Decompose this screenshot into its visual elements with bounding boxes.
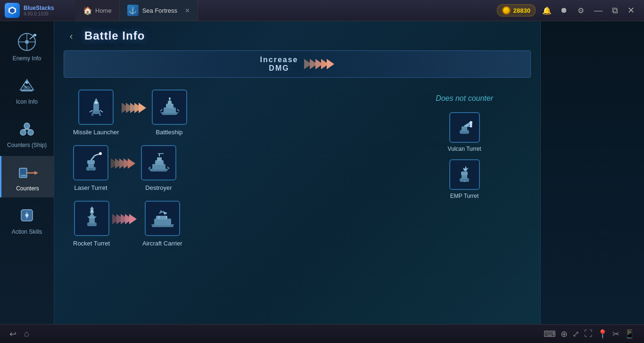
- sidebar: Enemy Info Icon Info: [0, 21, 54, 324]
- restore-button[interactable]: ⧉: [610, 6, 620, 16]
- settings-icon[interactable]: ⚙: [575, 5, 586, 16]
- svg-rect-54: [89, 219, 95, 223]
- counters-icon: [17, 162, 38, 182]
- laser-turret-icon-box: [73, 145, 108, 180]
- svg-line-42: [91, 155, 95, 160]
- location-icon[interactable]: 📍: [597, 329, 608, 339]
- dmg-arrows: [307, 59, 334, 69]
- missile-launcher-label: Missile Launcher: [73, 129, 119, 136]
- arrows-1: [125, 103, 146, 113]
- counters-area: Missile Launcher: [54, 90, 540, 247]
- sidebar-label-counters: Counters: [16, 185, 39, 192]
- sidebar-label-icon-info: Icon Info: [16, 98, 38, 105]
- counter-pairs-column: Missile Launcher: [73, 90, 187, 247]
- increase-label: Increase: [260, 56, 298, 64]
- svg-point-13: [24, 123, 30, 129]
- emp-turret-label: EMP Turret: [450, 193, 479, 199]
- svg-point-69: [470, 125, 472, 127]
- svg-rect-45: [89, 169, 93, 171]
- svg-point-24: [25, 214, 28, 217]
- destroyer-icon-box: [141, 145, 176, 180]
- svg-rect-59: [156, 216, 167, 220]
- svg-rect-29: [91, 113, 93, 116]
- vulcan-turret-icon-box: [449, 112, 480, 143]
- crosshair-icon[interactable]: ⊕: [561, 329, 568, 339]
- resize-icon[interactable]: ⤢: [572, 329, 579, 339]
- arrows-3: [116, 214, 137, 224]
- svg-rect-26: [93, 104, 99, 111]
- svg-point-12: [28, 130, 33, 135]
- bluestacks-version: 4.90.0.1038: [24, 11, 54, 16]
- action-skills-icon: [17, 205, 37, 226]
- svg-line-28: [100, 110, 103, 112]
- title-bar-right: 28830 🔔 ⏺ ⚙ — ⧉ ✕: [489, 4, 644, 16]
- arr2-5: [128, 158, 135, 169]
- svg-rect-48: [157, 157, 162, 161]
- bottom-bar-left: ↩ ⌂: [9, 329, 29, 339]
- scissor-icon[interactable]: ✂: [612, 329, 619, 339]
- back-button[interactable]: ‹: [64, 28, 79, 43]
- rocket-turret-label: Rocket Turret: [73, 240, 110, 247]
- sidebar-item-counters[interactable]: Counters: [0, 156, 54, 197]
- battleship-icon-box: [152, 90, 187, 125]
- sidebar-label-counters-ship: Counters (Ship): [7, 142, 47, 148]
- close-tab-icon[interactable]: ✕: [185, 7, 190, 14]
- fullscreen-icon[interactable]: ⛶: [584, 329, 593, 339]
- unit-emp-turret: EMP Turret: [449, 159, 480, 199]
- bell-icon[interactable]: 🔔: [541, 5, 553, 16]
- svg-rect-34: [168, 101, 172, 105]
- game-tab[interactable]: ⚓ Sea Fortress ✕: [120, 0, 198, 21]
- svg-rect-63: [462, 126, 467, 131]
- keyboard-icon[interactable]: ⌨: [544, 329, 556, 339]
- sidebar-item-action-skills[interactable]: Action Skills: [0, 199, 54, 241]
- home-nav-icon[interactable]: ⌂: [24, 329, 29, 339]
- unit-aircraft-carrier: Aircraft Carrier: [142, 201, 182, 247]
- dmg-banner: Increase DMG: [64, 50, 531, 78]
- svg-rect-7: [33, 34, 36, 36]
- coin-display: 28830: [497, 4, 536, 16]
- page-title: Battle Info: [84, 29, 145, 42]
- sidebar-label-action-skills: Action Skills: [12, 229, 42, 235]
- svg-line-38: [177, 109, 179, 111]
- svg-marker-21: [34, 171, 38, 175]
- svg-rect-36: [169, 98, 171, 99]
- svg-line-49: [149, 167, 150, 169]
- battleship-label: Battleship: [156, 129, 183, 136]
- minimize-button[interactable]: —: [592, 6, 604, 16]
- unit-laser-turret: Laser Turret: [73, 145, 108, 191]
- rocket-turret-icon-box: [74, 201, 109, 236]
- emp-turret-icon-box: [449, 159, 480, 190]
- bluestacks-logo: [5, 3, 20, 18]
- unit-battleship: Battleship: [152, 90, 187, 136]
- svg-point-5: [25, 40, 29, 44]
- page-header: ‹ Battle Info: [54, 21, 540, 50]
- bluestacks-branding: BlueStacks 4.90.0.1038: [0, 3, 75, 18]
- svg-rect-58: [154, 219, 171, 225]
- home-tab[interactable]: 🏠 Home: [75, 0, 120, 21]
- coin-icon: [502, 6, 511, 15]
- close-button[interactable]: ✕: [626, 5, 636, 16]
- dmg-text-block: Increase DMG: [260, 56, 298, 73]
- sidebar-label-enemy-info: Enemy Info: [13, 55, 41, 62]
- arr3-5: [129, 214, 137, 224]
- sidebar-item-counters-ship[interactable]: Counters (Ship): [0, 113, 54, 154]
- dmg-label: DMG: [260, 64, 298, 73]
- counter-pair-3: Rocket Turret: [73, 201, 187, 247]
- phone-icon[interactable]: 📱: [624, 329, 635, 339]
- counter-pair-1: Missile Launcher: [73, 90, 187, 136]
- coin-amount: 28830: [513, 7, 530, 14]
- sidebar-item-enemy-info[interactable]: Enemy Info: [0, 26, 54, 67]
- unit-missile-launcher: Missile Launcher: [73, 90, 119, 136]
- bottom-bar: ↩ ⌂ ⌨ ⊕ ⤢ ⛶ 📍 ✂ 📱: [0, 324, 644, 343]
- arrows-2: [114, 158, 135, 169]
- right-panel: [540, 21, 644, 324]
- enemy-info-icon: [17, 32, 37, 52]
- sidebar-item-icon-info[interactable]: Icon Info: [0, 69, 54, 111]
- arr1-5: [139, 103, 146, 113]
- record-icon[interactable]: ⏺: [558, 5, 570, 16]
- back-nav-icon[interactable]: ↩: [9, 329, 17, 339]
- svg-point-11: [20, 130, 26, 135]
- title-bar: BlueStacks 4.90.0.1038 🏠 Home ⚓ Sea Fort…: [0, 0, 644, 21]
- svg-rect-18: [20, 169, 26, 174]
- unit-rocket-turret: Rocket Turret: [73, 201, 110, 247]
